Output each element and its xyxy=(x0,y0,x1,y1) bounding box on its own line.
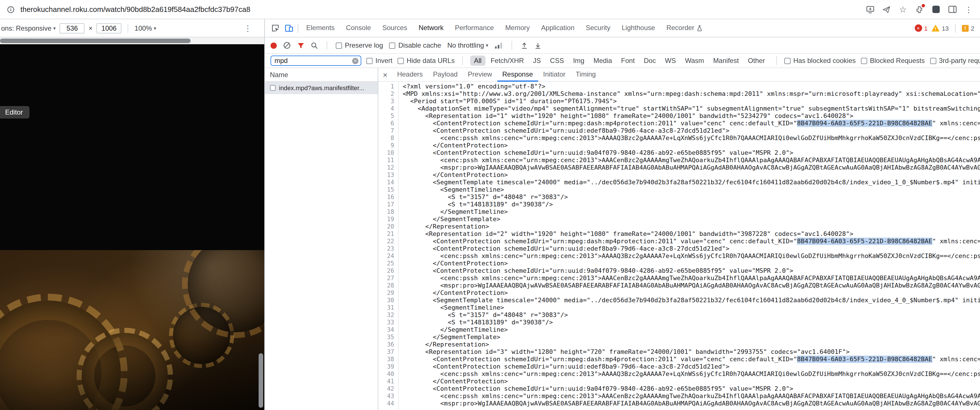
third-party-checkbox[interactable] xyxy=(930,57,936,64)
address-bar[interactable]: therokuchannel.roku.com/watch/90bd8b2a61… xyxy=(21,5,250,14)
network-conditions-icon[interactable] xyxy=(495,42,503,49)
detail-tab-payload[interactable]: Payload xyxy=(428,68,463,81)
clear-button[interactable] xyxy=(283,41,291,49)
detail-tab-timing[interactable]: Timing xyxy=(571,68,601,81)
issues-badge[interactable]: ! 2 xyxy=(962,25,974,32)
browser-url-bar: therokuchannel.roku.com/watch/90bd8b2a61… xyxy=(0,0,980,19)
close-detail-icon[interactable]: × xyxy=(378,70,392,79)
blocked-requests-checkbox[interactable] xyxy=(861,57,867,64)
tab-recorder[interactable]: Recorder xyxy=(661,19,709,37)
tab-console[interactable]: Console xyxy=(340,19,377,37)
network-main: Name index.mpd?aws.manifestfilter... × H… xyxy=(265,68,980,410)
blocked-cookies-checkbox[interactable] xyxy=(784,57,791,64)
sidebar-icon[interactable] xyxy=(948,4,957,14)
filter-chip-media[interactable]: Media xyxy=(590,56,616,66)
filter-chip-fetch-xhr[interactable]: Fetch/XHR xyxy=(487,56,528,66)
devtools-panel: ElementsConsoleSourcesNetworkPerformance… xyxy=(264,19,980,410)
install-icon[interactable] xyxy=(865,4,875,14)
blocked-requests-label: Blocked Requests xyxy=(870,57,925,65)
third-party-label: 3rd-party requests xyxy=(939,57,980,65)
tab-application[interactable]: Application xyxy=(535,19,580,37)
tab-lighthouse[interactable]: Lighthouse xyxy=(616,19,660,37)
filter-chip-font[interactable]: Font xyxy=(617,56,639,66)
request-detail-pane: × HeadersPayloadPreviewResponseInitiator… xyxy=(378,68,980,410)
extension-icon[interactable] xyxy=(915,4,924,14)
divider xyxy=(128,24,129,33)
detail-tab-preview[interactable]: Preview xyxy=(463,68,497,81)
zoom-value: 100% xyxy=(135,24,152,32)
horizontal-scrollbar[interactable] xyxy=(0,37,264,44)
filter-chips: AllFetch/XHRJSCSSImgMediaFontDocWSWasmMa… xyxy=(470,56,769,66)
detail-tab-initiator[interactable]: Initiator xyxy=(538,68,571,81)
filter-input[interactable] xyxy=(275,57,352,65)
export-har-icon[interactable] xyxy=(534,42,542,49)
tab-network[interactable]: Network xyxy=(413,19,449,37)
record-button[interactable] xyxy=(270,42,277,48)
preserve-log-checkbox[interactable] xyxy=(336,42,342,48)
viewport-column: ons: Responsive ▾ × 100% ▾ ⋮ Editor xyxy=(0,19,264,410)
bookmark-star-icon[interactable]: ☆ xyxy=(898,4,907,14)
browser-menu-icon[interactable]: ⋮ xyxy=(964,4,973,14)
site-info-icon[interactable] xyxy=(7,5,15,13)
horizontal-scrollbar-thumb[interactable] xyxy=(0,38,191,43)
filter-chip-doc[interactable]: Doc xyxy=(640,56,660,66)
extension-2-icon[interactable] xyxy=(931,4,940,14)
device-toggle-icon[interactable] xyxy=(282,22,296,34)
filter-chip-ws[interactable]: WS xyxy=(661,56,680,66)
filter-input-wrap: × xyxy=(270,56,361,66)
tab-performance[interactable]: Performance xyxy=(449,19,500,37)
detail-tab-headers[interactable]: Headers xyxy=(392,68,428,81)
hide-data-urls-label: Hide data URLs xyxy=(407,57,455,65)
error-count: 1 xyxy=(924,25,928,32)
error-badge[interactable]: × 1 xyxy=(915,24,928,32)
code-lines: <?xml version="1.0" encoding="utf-8"?><M… xyxy=(399,82,980,410)
tab-elements[interactable]: Elements xyxy=(301,19,340,37)
filter-chip-js[interactable]: JS xyxy=(529,56,545,66)
request-row[interactable]: index.mpd?aws.manifestfilter... xyxy=(265,82,378,94)
response-viewer: 1234567891011121314151617181920212223242… xyxy=(378,82,980,410)
zoom-dropdown[interactable]: 100% ▾ xyxy=(135,24,156,32)
device-mode-label: ons: Responsive xyxy=(1,24,51,32)
filter-chip-other[interactable]: Other xyxy=(744,56,769,66)
warning-badge[interactable]: ! 13 xyxy=(932,25,949,32)
throttling-dropdown[interactable]: No throttling ▾ xyxy=(447,41,488,49)
tab-sources[interactable]: Sources xyxy=(377,19,413,37)
filter-chip-all[interactable]: All xyxy=(470,56,485,66)
clear-filter-icon[interactable]: × xyxy=(352,57,358,64)
chevron-down-icon: ▾ xyxy=(486,43,488,48)
third-party-control: 3rd-party requests xyxy=(930,57,980,65)
invert-label: Invert xyxy=(375,57,393,65)
devtools-badges: × 1 ! 13 ! 2 xyxy=(915,24,980,33)
browser-actions: ☆ ⋮ xyxy=(865,4,980,14)
file-icon xyxy=(270,85,275,91)
hide-data-urls-checkbox[interactable] xyxy=(398,57,404,64)
tab-security[interactable]: Security xyxy=(580,19,616,37)
movie-poster-image xyxy=(0,250,264,410)
filter-toggle-icon[interactable] xyxy=(297,42,305,49)
search-icon[interactable] xyxy=(311,42,318,49)
detail-tabs-bar: × HeadersPayloadPreviewResponseInitiator… xyxy=(378,68,980,82)
name-column-header[interactable]: Name xyxy=(265,68,378,82)
send-icon[interactable] xyxy=(882,4,891,14)
disable-cache-checkbox[interactable] xyxy=(389,42,396,48)
filter-chip-css[interactable]: CSS xyxy=(546,56,568,66)
detail-tab-response[interactable]: Response xyxy=(497,68,538,81)
devtools-tabs: ElementsConsoleSourcesNetworkPerformance… xyxy=(301,19,709,37)
import-har-icon[interactable] xyxy=(520,42,528,49)
filter-chip-img[interactable]: Img xyxy=(569,56,589,66)
tab-memory[interactable]: Memory xyxy=(500,19,536,37)
device-type-dropdown[interactable]: ons: Responsive ▾ xyxy=(1,24,56,32)
divider xyxy=(462,56,463,65)
device-toolbar: ons: Responsive ▾ × 100% ▾ ⋮ xyxy=(0,19,264,37)
blocked-cookies-control: Has blocked cookies xyxy=(784,57,856,65)
viewport-width-input[interactable] xyxy=(60,23,85,33)
filter-chip-manifest[interactable]: Manifest xyxy=(709,56,743,66)
divider xyxy=(327,41,327,50)
inspect-icon[interactable] xyxy=(268,22,282,34)
filter-chip-wasm[interactable]: Wasm xyxy=(681,56,708,66)
hide-data-urls-control: Hide data URLs xyxy=(398,57,455,65)
vertical-scrollbar-thumb[interactable] xyxy=(259,353,263,408)
device-toolbar-menu-icon[interactable]: ⋮ xyxy=(244,24,252,33)
invert-checkbox[interactable] xyxy=(366,57,372,64)
viewport-height-input[interactable] xyxy=(97,23,122,33)
